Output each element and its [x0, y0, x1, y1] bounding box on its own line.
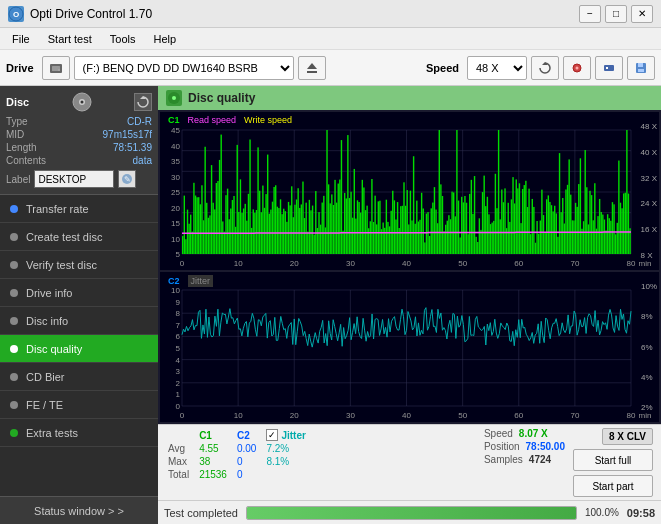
speed-label-stat: Speed — [484, 428, 513, 439]
main-layout: Disc Type CD-R MID 97m15s17f Length 78:5… — [0, 86, 661, 524]
menu-file[interactable]: File — [4, 31, 38, 47]
bottom-status-bar: Test completed 100.0% 09:58 — [158, 500, 661, 524]
nav-cd-bier[interactable]: CD Bier — [0, 363, 158, 391]
y-axis-mid4-right: 16 X — [641, 225, 657, 234]
disc-quality-title: Disc quality — [188, 91, 255, 105]
nav-label-verify-test-disc: Verify test disc — [26, 259, 97, 271]
nav-disc-info[interactable]: Disc info — [0, 307, 158, 335]
time-display: 09:58 — [627, 507, 655, 519]
content-area: Disc quality C1 Read speed Write speed 4… — [158, 86, 661, 524]
speed-value-stat: 8.07 X — [519, 428, 548, 439]
speed-selector[interactable]: 48 X — [467, 56, 527, 80]
minimize-button[interactable]: − — [579, 5, 601, 23]
settings-btn1[interactable] — [563, 56, 591, 80]
disc-refresh-btn[interactable] — [134, 93, 152, 111]
length-key: Length — [6, 142, 37, 153]
charts-area: C1 Read speed Write speed 48 X 40 X 32 X… — [158, 110, 661, 424]
status-window-button[interactable]: Status window > > — [0, 496, 158, 524]
y-axis-mid2-right: 32 X — [641, 174, 657, 183]
title-bar: O Opti Drive Control 1.70 − □ ✕ — [0, 0, 661, 28]
jitter-y-8: 8% — [641, 312, 657, 321]
menu-tools[interactable]: Tools — [102, 31, 144, 47]
nav-dot — [10, 233, 18, 241]
jitter-y-10: 10% — [641, 282, 657, 291]
nav-dot — [10, 261, 18, 269]
progress-fill — [247, 507, 576, 519]
legend-write-speed: Write speed — [244, 115, 292, 125]
nav-extra-tests[interactable]: Extra tests — [0, 419, 158, 447]
menu-start-test[interactable]: Start test — [40, 31, 100, 47]
y-axis-bot-right: 8 X — [641, 251, 657, 260]
samples-label: Samples — [484, 454, 523, 465]
svg-rect-11 — [606, 67, 608, 69]
nav-label-disc-info: Disc info — [26, 315, 68, 327]
nav-label-fe-te: FE / TE — [26, 399, 63, 411]
samples-row: Samples 4724 — [484, 454, 565, 465]
maximize-button[interactable]: □ — [605, 5, 627, 23]
window-controls: − □ ✕ — [579, 5, 653, 23]
disc-info-panel: Disc Type CD-R MID 97m15s17f Length 78:5… — [0, 86, 158, 195]
jitter-checkbox[interactable]: ✓ — [266, 429, 278, 441]
legend-read-speed: Read speed — [188, 115, 237, 125]
drive-icon-btn[interactable] — [42, 56, 70, 80]
nav-verify-test-disc[interactable]: Verify test disc — [0, 251, 158, 279]
eject-button[interactable] — [298, 56, 326, 80]
max-c1: 38 — [197, 455, 235, 468]
y-axis-top-right: 48 X — [641, 122, 657, 131]
c2-jitter-chart — [160, 272, 659, 422]
nav-label-create-test-disc: Create test disc — [26, 231, 102, 243]
progress-bar — [246, 506, 577, 520]
avg-label: Avg — [166, 442, 197, 455]
nav-label-transfer-rate: Transfer rate — [26, 203, 89, 215]
avg-jitter: 7.2% — [264, 442, 313, 455]
sidebar: Disc Type CD-R MID 97m15s17f Length 78:5… — [0, 86, 158, 524]
disc-panel-icon — [72, 92, 92, 112]
mid-val: 97m15s17f — [103, 129, 152, 140]
position-value: 78:50.00 — [526, 441, 565, 452]
avg-c2: 0.00 — [235, 442, 264, 455]
nav-label-extra-tests: Extra tests — [26, 427, 78, 439]
stats-header-c2: C2 — [235, 428, 264, 442]
refresh-btn[interactable] — [531, 56, 559, 80]
start-part-button[interactable]: Start part — [573, 475, 653, 497]
type-key: Type — [6, 116, 28, 127]
start-full-button[interactable]: Start full — [573, 449, 653, 471]
disc-quality-icon — [166, 90, 182, 106]
nav-dot — [10, 205, 18, 213]
nav-disc-quality[interactable]: Disc quality — [0, 335, 158, 363]
nav-dot — [10, 401, 18, 409]
progress-percent: 100.0% — [585, 507, 619, 518]
position-row: Position 78:50.00 — [484, 441, 565, 452]
legend-jitter: Jitter — [188, 275, 214, 287]
max-label: Max — [166, 455, 197, 468]
nav-transfer-rate[interactable]: Transfer rate — [0, 195, 158, 223]
nav-drive-info[interactable]: Drive info — [0, 279, 158, 307]
toolbar: Drive (F:) BENQ DVD DD DW1640 BSRB Speed… — [0, 50, 661, 86]
nav-fe-te[interactable]: FE / TE — [0, 391, 158, 419]
length-val: 78:51.39 — [113, 142, 152, 153]
legend-c1: C1 — [168, 115, 180, 125]
drive-label: Drive — [6, 62, 34, 74]
nav-create-test-disc[interactable]: Create test disc — [0, 223, 158, 251]
label-input[interactable] — [34, 170, 114, 188]
svg-point-9 — [576, 66, 579, 69]
max-jitter: 8.1% — [264, 455, 313, 468]
total-label: Total — [166, 468, 197, 481]
jitter-y-2: 2% — [641, 403, 657, 412]
label-key: Label — [6, 174, 30, 185]
drive-selector[interactable]: (F:) BENQ DVD DD DW1640 BSRB — [74, 56, 294, 80]
y-axis-mid3-right: 24 X — [641, 199, 657, 208]
settings-btn2[interactable] — [595, 56, 623, 80]
close-button[interactable]: ✕ — [631, 5, 653, 23]
y-axis-mid1-right: 40 X — [641, 148, 657, 157]
save-btn[interactable] — [627, 56, 655, 80]
svg-rect-6 — [307, 71, 317, 73]
menu-bar: File Start test Tools Help — [0, 28, 661, 50]
label-edit-btn[interactable]: ✎ — [118, 170, 136, 188]
position-label: Position — [484, 441, 520, 452]
max-c2: 0 — [235, 455, 264, 468]
svg-marker-5 — [307, 63, 317, 69]
nav-dot — [10, 429, 18, 437]
speed-label: Speed — [426, 62, 459, 74]
menu-help[interactable]: Help — [145, 31, 184, 47]
